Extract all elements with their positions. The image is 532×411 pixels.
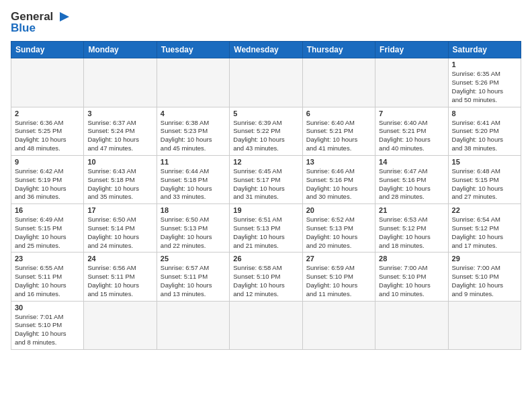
calendar-cell: 20Sunrise: 6:52 AM Sunset: 5:13 PM Dayli… [302,204,375,253]
day-number: 6 [306,109,371,118]
svg-marker-1 [60,12,69,21]
calendar-cell: 11Sunrise: 6:44 AM Sunset: 5:18 PM Dayli… [157,155,229,203]
calendar-cell: 17Sunrise: 6:50 AM Sunset: 5:14 PM Dayli… [84,204,157,253]
day-info: Sunrise: 6:36 AM Sunset: 5:25 PM Dayligh… [15,119,80,153]
calendar-cell: 6Sunrise: 6:40 AM Sunset: 5:21 PM Daylig… [302,107,375,155]
calendar-cell: 19Sunrise: 6:51 AM Sunset: 5:13 PM Dayli… [230,204,302,253]
day-info: Sunrise: 6:46 AM Sunset: 5:16 PM Dayligh… [306,167,371,201]
day-number: 1 [452,60,517,68]
calendar-cell [302,301,375,349]
day-number: 8 [452,109,517,118]
col-header-thursday: Thursday [302,42,375,58]
day-info: Sunrise: 7:00 AM Sunset: 5:10 PM Dayligh… [379,264,444,298]
calendar-cell: 3Sunrise: 6:37 AM Sunset: 5:24 PM Daylig… [84,107,157,155]
calendar-cell [230,58,302,107]
day-number: 18 [161,206,226,214]
day-number: 14 [379,158,444,166]
calendar-cell: 5Sunrise: 6:39 AM Sunset: 5:22 PM Daylig… [230,107,302,155]
day-number: 21 [379,206,444,214]
day-info: Sunrise: 6:50 AM Sunset: 5:13 PM Dayligh… [161,216,226,250]
day-number: 17 [87,206,152,214]
calendar-cell: 2Sunrise: 6:36 AM Sunset: 5:25 PM Daylig… [11,107,84,155]
calendar-cell: 25Sunrise: 6:57 AM Sunset: 5:11 PM Dayli… [157,253,229,301]
blue-triangle-icon [56,11,71,23]
col-header-monday: Monday [84,42,157,58]
day-number: 3 [87,109,152,118]
day-info: Sunrise: 6:47 AM Sunset: 5:16 PM Dayligh… [379,167,444,201]
col-header-sunday: Sunday [11,42,84,58]
day-info: Sunrise: 6:51 AM Sunset: 5:13 PM Dayligh… [233,216,298,250]
day-info: Sunrise: 6:52 AM Sunset: 5:13 PM Dayligh… [306,216,371,250]
calendar-cell: 23Sunrise: 6:55 AM Sunset: 5:11 PM Dayli… [11,253,84,301]
day-info: Sunrise: 6:57 AM Sunset: 5:11 PM Dayligh… [161,264,226,298]
day-info: Sunrise: 7:00 AM Sunset: 5:10 PM Dayligh… [452,264,517,298]
day-number: 12 [233,158,298,166]
calendar-cell: 18Sunrise: 6:50 AM Sunset: 5:13 PM Dayli… [157,204,229,253]
day-info: Sunrise: 6:41 AM Sunset: 5:20 PM Dayligh… [452,119,517,153]
calendar-cell: 8Sunrise: 6:41 AM Sunset: 5:20 PM Daylig… [448,107,521,155]
day-info: Sunrise: 6:55 AM Sunset: 5:11 PM Dayligh… [15,264,80,298]
calendar-cell: 14Sunrise: 6:47 AM Sunset: 5:16 PM Dayli… [375,155,448,203]
day-number: 10 [87,158,152,166]
calendar-cell [157,58,229,107]
day-info: Sunrise: 6:38 AM Sunset: 5:23 PM Dayligh… [161,119,226,153]
calendar-cell [84,58,157,107]
calendar-cell [11,58,84,107]
calendar-cell: 12Sunrise: 6:45 AM Sunset: 5:17 PM Dayli… [230,155,302,203]
day-number: 27 [306,255,371,263]
day-info: Sunrise: 6:35 AM Sunset: 5:26 PM Dayligh… [452,70,517,104]
logo: General Blue [11,11,71,34]
header: General Blue [11,11,521,34]
calendar-cell [375,58,448,107]
day-number: 15 [452,158,517,166]
logo-blue-text: Blue [11,22,36,35]
day-number: 13 [306,158,371,166]
day-number: 16 [15,206,80,214]
calendar-cell [230,301,302,349]
calendar-cell: 28Sunrise: 7:00 AM Sunset: 5:10 PM Dayli… [375,253,448,301]
calendar-cell: 30Sunrise: 7:01 AM Sunset: 5:10 PM Dayli… [11,301,84,349]
day-info: Sunrise: 6:45 AM Sunset: 5:17 PM Dayligh… [233,167,298,201]
day-number: 2 [15,109,80,118]
calendar-cell [157,301,229,349]
day-number: 26 [233,255,298,263]
col-header-tuesday: Tuesday [157,42,229,58]
calendar-cell [84,301,157,349]
calendar-week-5: 23Sunrise: 6:55 AM Sunset: 5:11 PM Dayli… [11,253,521,301]
day-info: Sunrise: 6:40 AM Sunset: 5:21 PM Dayligh… [306,119,371,153]
calendar-cell: 16Sunrise: 6:49 AM Sunset: 5:15 PM Dayli… [11,204,84,253]
calendar-cell: 13Sunrise: 6:46 AM Sunset: 5:16 PM Dayli… [302,155,375,203]
calendar-cell [302,58,375,107]
day-info: Sunrise: 6:44 AM Sunset: 5:18 PM Dayligh… [161,167,226,201]
day-number: 30 [15,304,80,312]
calendar-cell: 10Sunrise: 6:43 AM Sunset: 5:18 PM Dayli… [84,155,157,203]
day-number: 9 [15,158,80,166]
day-number: 19 [233,206,298,214]
day-number: 5 [233,109,298,118]
day-number: 23 [15,255,80,263]
day-number: 25 [161,255,226,263]
day-number: 11 [161,158,226,166]
day-number: 28 [379,255,444,263]
day-info: Sunrise: 6:49 AM Sunset: 5:15 PM Dayligh… [15,216,80,250]
calendar-cell: 21Sunrise: 6:53 AM Sunset: 5:12 PM Dayli… [375,204,448,253]
day-number: 7 [379,109,444,118]
calendar-cell: 4Sunrise: 6:38 AM Sunset: 5:23 PM Daylig… [157,107,229,155]
page: General Blue SundayMondayTuesdayWednesda… [0,0,532,357]
day-info: Sunrise: 6:40 AM Sunset: 5:21 PM Dayligh… [379,119,444,153]
day-info: Sunrise: 7:01 AM Sunset: 5:10 PM Dayligh… [15,313,80,347]
calendar-table: SundayMondayTuesdayWednesdayThursdayFrid… [11,41,521,350]
calendar-cell [448,301,521,349]
calendar-week-1: 1Sunrise: 6:35 AM Sunset: 5:26 PM Daylig… [11,58,521,107]
calendar-header-row: SundayMondayTuesdayWednesdayThursdayFrid… [11,42,521,58]
calendar-cell: 24Sunrise: 6:56 AM Sunset: 5:11 PM Dayli… [84,253,157,301]
calendar-cell: 9Sunrise: 6:42 AM Sunset: 5:19 PM Daylig… [11,155,84,203]
day-number: 24 [87,255,152,263]
col-header-saturday: Saturday [448,42,521,58]
calendar-cell: 1Sunrise: 6:35 AM Sunset: 5:26 PM Daylig… [448,58,521,107]
day-info: Sunrise: 6:42 AM Sunset: 5:19 PM Dayligh… [15,167,80,201]
calendar-cell: 15Sunrise: 6:48 AM Sunset: 5:15 PM Dayli… [448,155,521,203]
day-info: Sunrise: 6:56 AM Sunset: 5:11 PM Dayligh… [87,264,152,298]
calendar-cell: 27Sunrise: 6:59 AM Sunset: 5:10 PM Dayli… [302,253,375,301]
calendar-week-6: 30Sunrise: 7:01 AM Sunset: 5:10 PM Dayli… [11,301,521,349]
